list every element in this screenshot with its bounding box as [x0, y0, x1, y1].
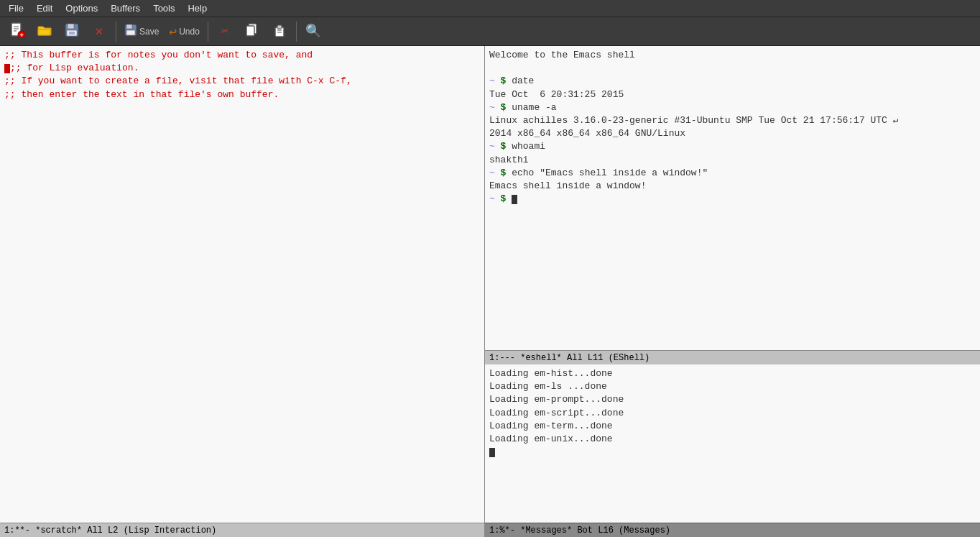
copy-button[interactable]: [239, 19, 265, 44]
svg-rect-16: [277, 25, 282, 29]
copy-icon: [245, 23, 259, 40]
scratch-line-3: ;; If you want to create a file, visit t…: [4, 75, 352, 86]
save-icon: [64, 22, 80, 41]
undo-button[interactable]: ↩ Undo: [165, 22, 204, 41]
eshell-welcome: Welcome to the Emacs shell: [489, 50, 635, 60]
open-file-icon: [37, 22, 52, 41]
save-disk-button[interactable]: [59, 19, 85, 44]
eshell-modeline: 1:--- *eshell* All L11 (EShell): [485, 350, 980, 364]
messages-cursor: [489, 448, 495, 457]
cmd-date: date: [512, 75, 534, 86]
scratch-line-2: ;; for Lisp evaluation.: [4, 63, 139, 73]
cmd-uname: uname -a: [512, 102, 556, 113]
search-icon: 🔍: [305, 25, 321, 38]
paste-button[interactable]: [267, 19, 292, 44]
search-button[interactable]: 🔍: [300, 19, 326, 44]
messages-line-6: Loading em-unix...done: [489, 433, 613, 444]
toolbar-separator-1: [116, 22, 116, 42]
paste-icon: [272, 23, 287, 40]
save-floppy-icon: [124, 24, 137, 40]
eshell-cursor: [512, 195, 517, 204]
eshell-editor[interactable]: Welcome to the Emacs shell ~ $ date Tue …: [485, 46, 980, 350]
messages-editor[interactable]: Loading em-hist...done Loading em-ls ...…: [485, 364, 980, 523]
menu-edit[interactable]: Edit: [31, 1, 58, 15]
toolbar-separator-2: [208, 22, 208, 42]
output-whoami: shakthi: [489, 155, 529, 165]
output-date: Tue Oct 6 20:31:25 2015: [489, 89, 624, 100]
scratch-line-4: ;; then enter the text in that file's ow…: [4, 89, 279, 100]
undo-icon: ↩: [169, 24, 177, 40]
messages-line-5: Loading em-term...done: [489, 421, 613, 431]
main-area: ;; This buffer is for notes you don't wa…: [0, 46, 980, 537]
close-icon: ✕: [96, 25, 103, 38]
cursor-block: [4, 64, 10, 73]
cut-button[interactable]: ✂: [212, 19, 238, 44]
menu-help[interactable]: Help: [182, 1, 213, 15]
cmd-whoami: whoami: [512, 141, 545, 152]
svg-text:+: +: [20, 32, 24, 38]
output-uname: Linux achilles 3.16.0-23-generic #31-Ubu…: [489, 115, 899, 139]
open-file-button[interactable]: [32, 19, 57, 44]
svg-rect-12: [126, 30, 135, 35]
menu-options[interactable]: Options: [60, 1, 103, 15]
menu-file[interactable]: File: [3, 1, 29, 15]
right-pane: Welcome to the Emacs shell ~ $ date Tue …: [485, 46, 980, 537]
scratch-modeline: 1:**- *scratch* All L2 (Lisp Interaction…: [0, 523, 484, 537]
cmd-echo: echo "Emacs shell inside a window!": [512, 167, 708, 178]
messages-line-2: Loading em-ls ...done: [489, 381, 607, 392]
new-file-icon: +: [9, 22, 25, 41]
toolbar-separator-3: [296, 22, 297, 42]
undo-label: Undo: [179, 27, 200, 37]
messages-line-4: Loading em-script...done: [489, 408, 624, 418]
menubar: File Edit Options Buffers Tools Help: [0, 0, 980, 17]
new-file-button[interactable]: +: [4, 19, 30, 44]
output-echo: Emacs shell inside a window!: [489, 180, 646, 191]
save-label-button[interactable]: Save: [120, 22, 163, 41]
menu-tools[interactable]: Tools: [147, 1, 180, 15]
close-buffer-button[interactable]: ✕: [86, 19, 112, 44]
messages-line-1: Loading em-hist...done: [489, 368, 613, 379]
scratch-editor[interactable]: ;; This buffer is for notes you don't wa…: [0, 46, 484, 523]
cut-icon: ✂: [221, 25, 228, 38]
save-label: Save: [139, 27, 159, 37]
toolbar: + ✕: [0, 17, 980, 46]
svg-rect-9: [69, 32, 75, 35]
menu-buffers[interactable]: Buffers: [105, 1, 146, 15]
svg-rect-11: [126, 24, 132, 29]
scratch-pane: ;; This buffer is for notes you don't wa…: [0, 46, 485, 537]
messages-modeline: 1:%*- *Messages* Bot L16 (Messages): [485, 523, 980, 537]
svg-rect-7: [68, 24, 74, 29]
messages-line-3: Loading em-prompt...done: [489, 394, 624, 405]
scratch-line-1: ;; This buffer is for notes you don't wa…: [4, 50, 313, 60]
svg-rect-14: [246, 26, 254, 36]
